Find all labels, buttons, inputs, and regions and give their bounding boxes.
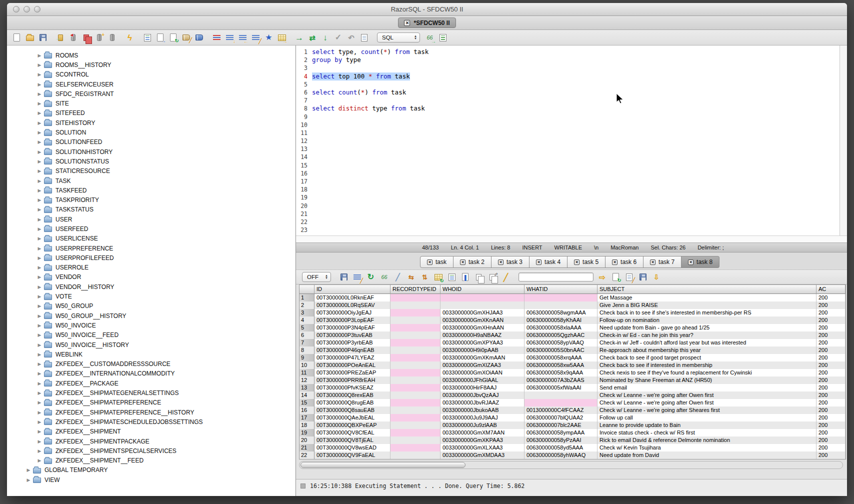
commit-icon[interactable]: ✓ <box>334 33 343 42</box>
editor-horizontal-scrollbar[interactable] <box>296 236 847 243</box>
expand-triangle-icon[interactable]: ▶ <box>36 439 43 444</box>
data-cell[interactable]: Nominated by Shane Freeman at ANZ (HR50) <box>598 376 816 384</box>
data-cell[interactable] <box>390 324 440 332</box>
data-cell[interactable]: Check w/ Leanne - we're going after Owen… <box>598 399 816 406</box>
data-cell[interactable]: 200 <box>816 429 846 436</box>
expand-triangle-icon[interactable]: ▶ <box>25 468 32 472</box>
data-cell[interactable]: 00T3000000P47LYEAZ <box>314 354 390 362</box>
expand-triangle-icon[interactable]: ▶ <box>36 304 43 308</box>
row-number-cell[interactable]: 7 <box>300 339 314 346</box>
editor-line[interactable]: 14 <box>298 153 839 161</box>
editor-line[interactable]: 4select top 100 * from task <box>298 72 839 80</box>
expand-triangle-icon[interactable]: ▶ <box>36 82 43 87</box>
move-down-icon[interactable]: ↓ <box>225 33 234 42</box>
expand-triangle-icon[interactable]: ▶ <box>36 159 43 164</box>
editor-line[interactable]: 1select type, count(*) from task <box>298 48 839 56</box>
tree-item-sfdc-registrant[interactable]: ▶SFDC_REGISTRANT <box>7 89 296 98</box>
options-list-icon[interactable] <box>142 33 152 42</box>
data-cell[interactable] <box>390 392 440 399</box>
editor-line[interactable]: 5 <box>298 80 839 88</box>
data-cell[interactable]: 200 <box>816 399 846 406</box>
tree-item-userlicense[interactable]: ▶USERLICENSE <box>7 234 296 244</box>
table-row[interactable]: 500T3000000P3N4pEAF0033000000GmXHnAAN006… <box>300 324 846 332</box>
data-cell[interactable]: Check back to see if interested in membe… <box>598 362 816 369</box>
tree-item-zkfedex-shipmategeneralsettings[interactable]: ▶ZKFEDEX__SHIPMATEGENERALSETTINGS <box>7 388 296 398</box>
data-cell[interactable]: Need update from Bain - gave go ahead 1/… <box>598 324 816 332</box>
data-cell[interactable]: 0033000000H9aNBAAZ <box>440 332 524 339</box>
expand-triangle-icon[interactable]: ▶ <box>36 342 43 348</box>
tree-item-global-temporary[interactable]: ▶GLOBAL TEMPORARY <box>7 466 296 475</box>
editor-line[interactable]: 18 <box>298 186 839 194</box>
table-row[interactable]: 700T3000000P3yrbEAB0033000000GmXPYAA3006… <box>300 339 846 346</box>
data-cell[interactable]: Check-in w/ Jeff - couldn't afford last … <box>598 339 816 346</box>
column-header-id[interactable]: ID <box>314 285 390 294</box>
expand-triangle-icon[interactable]: ▶ <box>36 62 43 68</box>
refresh-results-icon[interactable]: ↻ <box>366 272 376 282</box>
save-file-icon[interactable] <box>38 33 48 42</box>
row-number-cell[interactable]: 22 <box>300 452 314 459</box>
result-tab-task-6[interactable]: ✕task 6 <box>606 256 644 268</box>
document-tab[interactable]: ✕ *SFDCW50 II <box>398 18 456 28</box>
row-number-cell[interactable]: 13 <box>300 384 314 392</box>
tree-item-view[interactable]: ▶VIEW <box>7 475 296 484</box>
column-header-recordtypeid[interactable]: RECORDTYPEID <box>390 285 440 294</box>
tree-item-userpreference[interactable]: ▶USERPREFERENCE <box>7 244 296 253</box>
data-cell[interactable] <box>390 309 440 316</box>
move-left-icon[interactable]: ← <box>238 33 248 42</box>
row-number-cell[interactable]: 15 <box>300 399 314 406</box>
editor-line[interactable]: 23 <box>298 226 839 234</box>
table-row[interactable]: 100T3000000L0RknEAFGet Massage200 <box>300 294 846 302</box>
row-number-cell[interactable]: 16 <box>300 406 314 414</box>
data-cell[interactable]: 00T3000000Q8rexEAB <box>314 392 390 399</box>
data-cell[interactable]: 0033000000H9i0pAAB <box>440 346 524 354</box>
execute-all-icon[interactable]: ⇄ <box>308 33 317 42</box>
data-cell[interactable]: 006300000058x9qAAA <box>524 369 598 376</box>
row-list-icon[interactable] <box>438 33 448 42</box>
expand-triangle-icon[interactable]: ▶ <box>36 92 43 96</box>
expand-triangle-icon[interactable]: ▶ <box>36 294 43 299</box>
data-cell[interactable]: 00T3000000L0RknEAF <box>314 294 390 302</box>
editor-line[interactable]: 13 <box>298 145 839 153</box>
data-cell[interactable]: 200 <box>816 302 846 309</box>
table-row[interactable]: 2000T3000000QV8TjEAL0033000000GmXKPAA300… <box>300 436 846 444</box>
tree-item-rooms[interactable]: ▶ROOMS <box>7 50 296 60</box>
data-cell[interactable]: 200 <box>816 346 846 354</box>
grid-scrollbar-thumb[interactable] <box>300 462 466 468</box>
editor-line[interactable]: 10 <box>298 121 839 129</box>
editor-line[interactable]: 16 <box>298 170 839 178</box>
tree-item-w50-group[interactable]: ▶W50_GROUP <box>7 302 296 311</box>
tree-item-zkfedex-shipmatepreference-history[interactable]: ▶ZKFEDEX__SHIPMATEPREFERENCE__HISTORY <box>7 408 296 417</box>
data-cell[interactable]: 0033000000GmXM7AAN <box>440 429 524 436</box>
expand-triangle-icon[interactable]: ▶ <box>36 429 43 434</box>
expand-triangle-icon[interactable]: ▶ <box>36 150 43 154</box>
execute-go-icon[interactable]: → <box>294 33 304 42</box>
close-tab-icon[interactable]: ✕ <box>612 260 618 265</box>
expand-triangle-icon[interactable]: ▶ <box>36 226 43 232</box>
data-cell[interactable]: 00T3000000P3LopEAF <box>314 316 390 324</box>
data-cell[interactable]: 0033000000GmXHnAAN <box>440 324 524 332</box>
filter-edit-icon[interactable]: ╱ <box>352 272 362 282</box>
data-cell[interactable]: 0033000000GmXMDAA3 <box>440 452 524 459</box>
data-cell[interactable]: 200 <box>816 392 846 399</box>
tree-item-userrole[interactable]: ▶USERROLE <box>7 263 296 272</box>
data-cell[interactable]: 006300000058yKhAAI <box>524 316 598 324</box>
highlight-icon[interactable]: ╱ <box>501 272 510 282</box>
column-header-subject[interactable]: SUBJECT <box>598 285 816 294</box>
data-cell[interactable] <box>440 302 524 309</box>
tree-item-zkfedex-shipmatepreference[interactable]: ▶ZKFEDEX__SHIPMATEPREFERENCE <box>7 398 296 408</box>
expand-triangle-icon[interactable]: ▶ <box>36 362 43 366</box>
data-cell[interactable]: Follow-up on nomination <box>598 316 816 324</box>
table-refresh-icon[interactable]: ↻ <box>434 272 443 282</box>
data-cell[interactable]: 00T3000000QV9FaEAL <box>314 452 390 459</box>
tree-item-userfeed[interactable]: ▶USERFEED <box>7 224 296 234</box>
row-number-cell[interactable]: 9 <box>300 354 314 362</box>
tree-item-selfserviceuser[interactable]: ▶SELFSERVICEUSER <box>7 80 296 89</box>
export-page-icon[interactable]: → <box>156 33 165 42</box>
copy-rows-icon[interactable] <box>474 272 484 282</box>
close-tab-icon[interactable]: ✕ <box>460 260 466 265</box>
data-cell[interactable] <box>390 399 440 406</box>
data-cell[interactable]: 200 <box>816 436 846 444</box>
fetch-more-icon[interactable]: ↓ <box>320 33 330 42</box>
row-number-cell[interactable]: 18 <box>300 422 314 429</box>
expand-triangle-icon[interactable]: ▶ <box>36 400 43 405</box>
